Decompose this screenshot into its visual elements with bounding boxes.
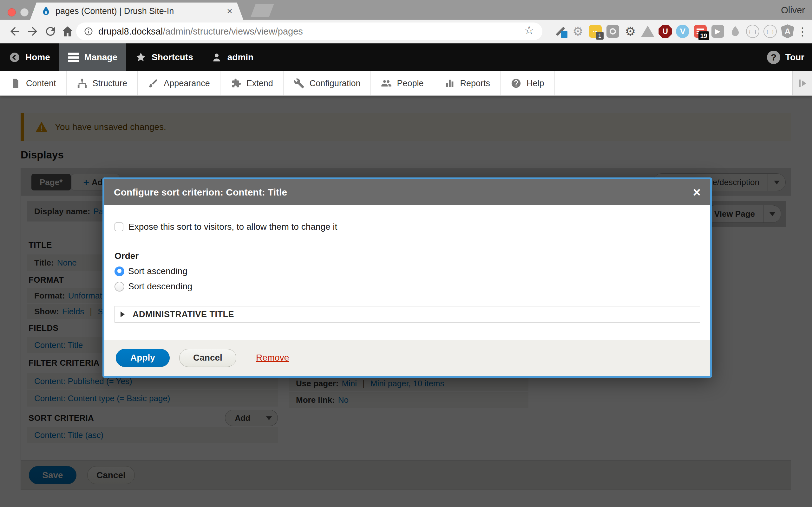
back-button[interactable] — [8, 25, 21, 38]
menu-item-label: Appearance — [164, 78, 210, 89]
extension-colorpicker-icon[interactable] — [554, 24, 567, 38]
menu-item-reports[interactable]: Reports — [434, 71, 501, 95]
extension-ublock-icon[interactable]: U — [658, 24, 672, 38]
extension-screenshot-icon[interactable] — [606, 24, 620, 38]
sort-ascending-radio[interactable] — [114, 267, 124, 276]
toolbar-item-manage[interactable]: Manage — [59, 43, 126, 71]
browser-titlebar: pages (Content) | Drush Site-In × Oliver — [0, 0, 812, 20]
user-icon — [211, 52, 222, 63]
menu-item-configuration[interactable]: Configuration — [284, 71, 371, 95]
paintbrush-icon — [148, 78, 159, 89]
menu-item-help[interactable]: Help — [501, 71, 555, 95]
forward-button[interactable] — [26, 25, 39, 38]
reload-button[interactable] — [44, 25, 57, 38]
modal-footer: Apply Cancel Remove — [104, 340, 710, 376]
url-path: /admin/structure/views/view/pages — [163, 26, 303, 37]
toolbar-item-home[interactable]: Home — [0, 43, 59, 71]
extension-drive-icon[interactable] — [641, 24, 655, 38]
window-minimize-button[interactable] — [20, 8, 29, 16]
menu-item-label: Help — [526, 78, 544, 89]
apply-button[interactable]: Apply — [116, 349, 170, 367]
menu-item-label: Structure — [93, 78, 128, 89]
extension-json-icon[interactable]: {...} — [746, 24, 760, 38]
sitemap-icon — [77, 78, 88, 89]
extension-gear-icon[interactable]: ⚙ — [571, 24, 585, 38]
sort-ascending-label: Sort ascending — [128, 266, 188, 276]
extension-settings-icon[interactable]: ⚙ — [623, 24, 637, 38]
screen: pages (Content) | Drush Site-In × Oliver… — [0, 0, 812, 507]
extension-todoist-badge: 19 — [699, 32, 709, 40]
details-arrow-icon — [120, 312, 128, 317]
tour-label: Tour — [785, 52, 804, 62]
browser-tab[interactable]: pages (Content) | Drush Site-In × — [30, 3, 243, 20]
help-icon — [511, 78, 521, 89]
extension-notes-badge: 1 — [596, 32, 604, 40]
menu-item-label: Reports — [460, 78, 490, 89]
window-close-button[interactable] — [8, 8, 16, 16]
toolbar-item-label: Manage — [84, 52, 117, 62]
tour-question-icon: ? — [767, 51, 780, 64]
toolbar-item-label: Home — [26, 52, 50, 62]
sort-descending-option[interactable]: Sort descending — [114, 281, 700, 291]
forward-arrow-icon — [26, 25, 39, 38]
menu-item-structure[interactable]: Structure — [67, 71, 138, 95]
home-button[interactable] — [61, 25, 74, 38]
toolbar-item-tour[interactable]: ? Tour — [767, 43, 804, 71]
back-arrow-icon — [8, 25, 21, 38]
reload-icon — [44, 25, 57, 38]
document-icon — [10, 78, 21, 89]
modal-titlebar[interactable]: Configure sort criterion: Content: Title… — [104, 179, 710, 205]
home-icon — [61, 25, 74, 38]
extension-todoist-icon[interactable]: 19 — [693, 24, 707, 38]
menu-item-label: People — [397, 78, 423, 89]
drupal-admin-toolbar: Home Manage Shortcuts admin ? Tour — [0, 43, 812, 71]
sort-descending-label: Sort descending — [128, 281, 192, 291]
toolbar-item-label: Shortcuts — [152, 52, 193, 62]
toolbar-item-shortcuts[interactable]: Shortcuts — [126, 43, 202, 71]
url-bar[interactable]: drupal8.docksal/admin/structure/views/vi… — [76, 22, 542, 40]
administrative-title-details[interactable]: ADMINISTRATIVE TITLE — [114, 306, 700, 323]
extensions-row: ⚙ •••1 ⚙ U V 19 ▶ {...} {...} A — [554, 24, 795, 39]
menu-item-label: Content — [26, 78, 56, 89]
browser-menu-icon[interactable]: ⋮ — [797, 25, 808, 38]
configure-sort-modal: Configure sort criterion: Content: Title… — [102, 177, 712, 378]
order-label: Order — [114, 251, 700, 261]
administrative-title-summary: ADMINISTRATIVE TITLE — [133, 309, 234, 320]
site-info-icon[interactable] — [84, 26, 93, 36]
menu-item-people[interactable]: People — [371, 71, 434, 95]
barchart-icon — [444, 78, 455, 89]
expose-sort-option[interactable]: Expose this sort to visitors, to allow t… — [114, 222, 700, 232]
back-to-site-icon — [9, 52, 20, 63]
toolbar-collapse-button[interactable] — [792, 71, 812, 95]
toolbar-item-label: admin — [227, 52, 253, 62]
menu-item-content[interactable]: Content — [0, 71, 67, 95]
modal-body: Expose this sort to visitors, to allow t… — [104, 222, 710, 323]
url-host: drupal8.docksal — [98, 26, 163, 37]
bookmark-star-icon[interactable]: ☆ — [524, 23, 534, 37]
modal-title: Configure sort criterion: Content: Title — [114, 187, 693, 198]
drupal-menu-bar: Content Structure Appearance Extend Conf… — [0, 71, 812, 96]
extension-notes-icon[interactable]: •••1 — [589, 24, 602, 38]
modal-close-icon[interactable]: × — [693, 186, 701, 199]
modal-cancel-button[interactable]: Cancel — [179, 349, 236, 367]
extension-play-icon[interactable]: ▶ — [711, 24, 725, 38]
tab-title-fade — [203, 6, 222, 18]
extension-json2-icon[interactable]: {...} — [763, 24, 777, 38]
browser-toolbar: drupal8.docksal/admin/structure/views/vi… — [0, 20, 812, 43]
new-tab-button[interactable] — [251, 4, 274, 17]
browser-profile-name[interactable]: Oliver — [781, 5, 805, 15]
menu-item-extend[interactable]: Extend — [220, 71, 284, 95]
sort-ascending-option[interactable]: Sort ascending — [114, 266, 700, 276]
toolbar-item-admin[interactable]: admin — [202, 43, 262, 71]
extension-video-icon[interactable]: V — [676, 24, 690, 38]
expose-sort-checkbox[interactable] — [114, 222, 123, 231]
menu-item-appearance[interactable]: Appearance — [138, 71, 220, 95]
expose-sort-label: Expose this sort to visitors, to allow t… — [129, 222, 337, 232]
tab-close-icon[interactable]: × — [225, 7, 235, 16]
sort-descending-radio[interactable] — [114, 282, 124, 291]
collapse-toolbar-icon — [797, 78, 808, 89]
extension-drupal-icon[interactable] — [728, 24, 742, 38]
remove-link[interactable]: Remove — [256, 353, 289, 363]
people-icon — [381, 78, 392, 89]
extension-angular-icon[interactable]: A — [780, 24, 795, 38]
